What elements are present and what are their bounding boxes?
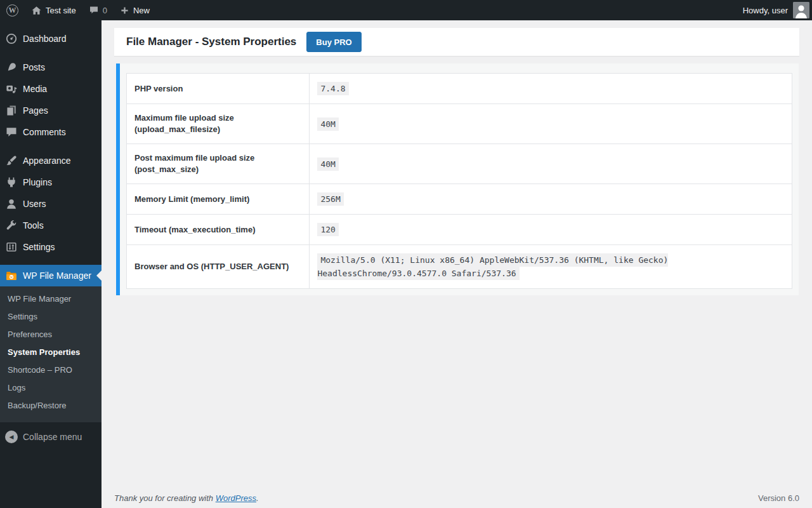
media-icon (0, 83, 23, 95)
svg-text:W: W (10, 276, 13, 279)
property-value-cell: 256M (310, 184, 792, 215)
new-label: New (133, 6, 150, 15)
property-row: Timeout (max_execution_time)120 (127, 215, 792, 245)
sidebar-item-comments[interactable]: Comments (0, 121, 102, 143)
settings-sliders-icon (0, 241, 23, 253)
sidebar-item-posts[interactable]: Posts (0, 57, 102, 78)
comment-bubble-icon (89, 5, 99, 15)
wordpress-menu-item[interactable]: W (0, 0, 25, 20)
footer-thanks-prefix: Thank you for creating with (114, 493, 216, 503)
sidebar-menu: DashboardPostsMediaPagesCommentsAppearan… (0, 20, 102, 422)
collapse-arrow-icon: ◀ (0, 431, 23, 443)
property-value-cell: 40M (310, 104, 792, 144)
property-label: Timeout (max_execution_time) (127, 215, 310, 245)
system-properties-panel: PHP version7.4.8Maximum file upload size… (116, 64, 799, 295)
version-label: Version 6.0 (758, 493, 799, 503)
submenu-item-logs[interactable]: Logs (0, 379, 102, 397)
buy-pro-button[interactable]: Buy PRO (306, 32, 361, 52)
property-value: 7.4.8 (317, 82, 348, 95)
page-title: File Manager - System Properties (126, 36, 296, 48)
sidebar-item-plugins[interactable]: Plugins (0, 171, 102, 193)
property-row: Browser and OS (HTTP_USER_AGENT)Mozilla/… (127, 245, 792, 289)
sidebar-item-label: Pages (23, 106, 48, 115)
wrench-icon (0, 219, 23, 232)
property-label: PHP version (127, 74, 310, 104)
property-value: 40M (317, 157, 338, 171)
submenu-item-backup-restore[interactable]: Backup/Restore (0, 397, 102, 415)
collapse-menu-button[interactable]: ◀ Collapse menu (0, 426, 102, 448)
comment-icon (0, 126, 23, 138)
site-name-label: Test site (46, 6, 76, 15)
sidebar-item-appearance[interactable]: Appearance (0, 150, 102, 171)
sidebar-item-tools[interactable]: Tools (0, 215, 102, 236)
footer-thanks-suffix: . (256, 493, 259, 503)
sidebar-item-label: Dashboard (23, 34, 67, 43)
property-value-cell: 7.4.8 (310, 74, 792, 104)
submenu-item-settings[interactable]: Settings (0, 308, 102, 326)
avatar (793, 2, 809, 18)
new-content-item[interactable]: New (114, 0, 156, 20)
wordpress-logo-icon: W (6, 4, 18, 17)
menu-separator (0, 258, 102, 265)
menu-separator (0, 143, 102, 150)
sidebar-item-users[interactable]: Users (0, 193, 102, 215)
plus-icon (120, 6, 129, 15)
property-row: PHP version7.4.8 (127, 74, 792, 104)
sidebar-item-label: Settings (23, 243, 55, 251)
property-label: Post maximum file upload size (post_max_… (127, 144, 310, 184)
property-value: 256M (317, 192, 343, 206)
sidebar-item-pages[interactable]: Pages (0, 100, 102, 121)
property-label: Memory Limit (memory_limit) (127, 184, 310, 215)
property-value-cell: 40M (310, 144, 792, 184)
plugin-icon (0, 176, 23, 189)
submenu-item-shortcode-pro[interactable]: Shortcode – PRO (0, 361, 102, 379)
submenu-item-wp-file-manager[interactable]: WP File Manager (0, 290, 102, 308)
admin-bar: W Test site 0 New Howdy, user (0, 0, 812, 20)
footer: Thank you for creating with WordPress. V… (114, 493, 799, 503)
property-row: Memory Limit (memory_limit)256M (127, 184, 792, 215)
sidebar-item-label: Appearance (23, 156, 71, 165)
sidebar-item-media[interactable]: Media (0, 78, 102, 100)
sidebar-item-label: WP File Manager (23, 271, 91, 280)
property-row: Post maximum file upload size (post_max_… (127, 144, 792, 184)
sidebar-item-label: Media (23, 84, 47, 93)
content-area: File Manager - System Properties Buy PRO… (102, 20, 812, 508)
sidebar-item-label: Comments (23, 128, 66, 137)
user-icon (0, 197, 23, 210)
dashboard-icon (0, 32, 23, 45)
sidebar: DashboardPostsMediaPagesCommentsAppearan… (0, 20, 102, 508)
pages-icon (0, 104, 23, 117)
system-properties-table: PHP version7.4.8Maximum file upload size… (126, 73, 792, 289)
sidebar-item-dashboard[interactable]: Dashboard (0, 28, 102, 50)
property-value: 120 (317, 223, 338, 236)
property-value: Mozilla/5.0 (X11; Linux x86_64) AppleWeb… (317, 253, 668, 280)
property-row: Maximum file upload size (upload_max_fil… (127, 104, 792, 144)
sidebar-item-label: Tools (23, 221, 44, 230)
home-icon (31, 5, 42, 16)
howdy-label: Howdy, user (743, 6, 788, 15)
wordpress-link[interactable]: WordPress (216, 493, 256, 503)
submenu-item-preferences[interactable]: Preferences (0, 326, 102, 344)
system-properties-tbody: PHP version7.4.8Maximum file upload size… (127, 74, 792, 289)
property-label: Browser and OS (HTTP_USER_AGENT) (127, 245, 310, 289)
property-value-cell: Mozilla/5.0 (X11; Linux x86_64) AppleWeb… (310, 245, 792, 289)
property-label: Maximum file upload size (upload_max_fil… (127, 104, 310, 144)
my-account-item[interactable]: Howdy, user (737, 0, 812, 20)
sidebar-item-wp-file-manager[interactable]: WWP File Manager (0, 265, 102, 286)
submenu-item-system-properties[interactable]: System Properties (0, 344, 102, 361)
sidebar-item-label: Users (23, 199, 46, 208)
sidebar-item-label: Posts (23, 63, 45, 72)
pushpin-icon (0, 61, 23, 74)
site-name-link[interactable]: Test site (25, 0, 82, 20)
sidebar-item-label: Plugins (23, 178, 52, 187)
appearance-brush-icon (0, 154, 23, 167)
sidebar-item-settings[interactable]: Settings (0, 236, 102, 258)
wp-file-manager-folder-icon: W (0, 269, 23, 282)
property-value-cell: 120 (310, 215, 792, 245)
wp-file-manager-submenu: WP File ManagerSettingsPreferencesSystem… (0, 286, 102, 422)
footer-thanks-text: Thank you for creating with WordPress. (114, 493, 259, 503)
page-header-card: File Manager - System Properties Buy PRO (114, 28, 799, 56)
comments-admin-bar-item[interactable]: 0 (82, 0, 114, 20)
comments-count: 0 (103, 6, 107, 15)
menu-separator (0, 50, 102, 57)
